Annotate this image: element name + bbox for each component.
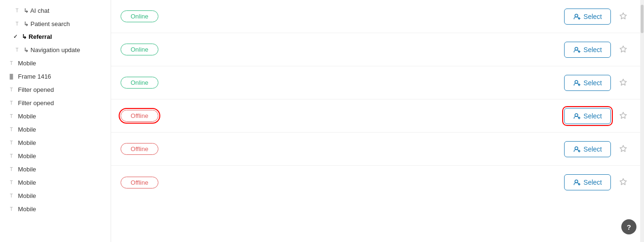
bar-chart-icon: ▐▌ [8, 72, 15, 80]
user-add-icon [573, 179, 581, 186]
status-badge: Online [121, 44, 158, 55]
sidebar-label: Mobile [18, 192, 36, 199]
sidebar-item-mobile-8[interactable]: TMobile [0, 189, 111, 202]
sidebar-item-ai-chat[interactable]: T↳ AI chat [0, 4, 111, 17]
user-add-icon [573, 112, 581, 120]
text-icon: T [8, 152, 15, 160]
row-actions: Select [564, 42, 631, 58]
favorite-button[interactable] [616, 9, 631, 24]
star-icon [618, 78, 628, 88]
list-item: Online Select [111, 33, 640, 66]
sidebar-label: Mobile [18, 166, 36, 173]
status-badge: Online [121, 10, 158, 22]
list-item: Offline Select [111, 133, 640, 166]
star-icon [618, 178, 628, 187]
star-icon [618, 111, 628, 121]
text-icon: T [8, 99, 15, 107]
text-icon: T [13, 46, 21, 54]
status-badge: Online [121, 77, 158, 89]
text-icon: T [13, 20, 21, 27]
favorite-button[interactable] [616, 108, 631, 124]
text-icon: T [8, 112, 15, 120]
sidebar-label: ↳ Referral [22, 33, 52, 40]
main-content: Online Select Online [111, 0, 640, 242]
sidebar-label: Mobile [18, 206, 36, 213]
select-button[interactable]: Select [564, 174, 611, 190]
row-actions: Select [564, 141, 631, 157]
sidebar-label: Filter opened [18, 86, 54, 93]
sidebar-item-mobile-6[interactable]: TMobile [0, 162, 111, 176]
text-icon: T [8, 165, 15, 173]
favorite-button[interactable] [616, 42, 631, 57]
row-actions: Select [564, 75, 631, 91]
help-button[interactable]: ? [621, 219, 636, 234]
sidebar-item-mobile-1[interactable]: TMobile [0, 56, 111, 70]
sidebar-item-patient-search[interactable]: T↳ Patient search [0, 17, 111, 30]
text-icon: T [13, 7, 21, 14]
sidebar-label: Frame 1416 [18, 73, 51, 80]
sidebar-label: Mobile [18, 126, 36, 133]
sidebar-item-mobile-2[interactable]: TMobile [0, 109, 111, 123]
sidebar-label: ↳ Patient search [24, 20, 70, 27]
sidebar-item-mobile-7[interactable]: TMobile [0, 176, 111, 189]
list-item: Offline Select [111, 166, 640, 199]
star-icon [618, 45, 628, 54]
sidebar-label: Mobile [18, 139, 36, 146]
sidebar-label: ↳ AI chat [24, 7, 49, 14]
scrollbar-thumb[interactable] [641, 5, 644, 33]
list-item: Online Select [111, 0, 640, 33]
sidebar-label: Filter opened [18, 99, 54, 107]
status-badge: Offline [121, 143, 158, 155]
sidebar-item-mobile-3[interactable]: TMobile [0, 123, 111, 136]
sidebar-item-filter-opened-2[interactable]: TFilter opened [0, 96, 111, 109]
select-button[interactable]: Select [564, 108, 611, 124]
text-icon: T [8, 86, 15, 93]
select-button[interactable]: Select [564, 75, 611, 91]
text-icon: T [8, 205, 15, 213]
sidebar-label: ↳ Navigation update [24, 46, 80, 54]
row-actions: Select [564, 108, 631, 124]
text-icon: T [8, 139, 15, 146]
check-icon: ✓ [13, 34, 20, 40]
row-actions: Select [564, 9, 631, 25]
app-layout: T↳ AI chatT↳ Patient search✓↳ ReferralT↳… [0, 0, 644, 242]
user-add-icon [573, 13, 581, 20]
sidebar-item-navigation-update[interactable]: T↳ Navigation update [0, 43, 111, 56]
favorite-button[interactable] [616, 175, 631, 190]
status-badge: Offline [121, 110, 158, 122]
sidebar-item-referral[interactable]: ✓↳ Referral [0, 30, 111, 43]
text-icon: T [8, 59, 15, 67]
select-button[interactable]: Select [564, 141, 611, 157]
sidebar-section: T↳ AI chatT↳ Patient search✓↳ ReferralT↳… [0, 4, 111, 215]
sidebar-label: Mobile [18, 152, 36, 160]
select-button[interactable]: Select [564, 9, 611, 25]
text-icon: T [8, 125, 15, 133]
select-button[interactable]: Select [564, 42, 611, 58]
star-icon [618, 12, 628, 21]
sidebar-label: Mobile [18, 60, 36, 67]
user-add-icon [573, 145, 581, 153]
text-icon: T [8, 179, 15, 186]
user-add-icon [573, 79, 581, 87]
list-item: Online Select [111, 66, 640, 99]
status-badge: Offline [121, 177, 158, 188]
sidebar-item-mobile-5[interactable]: TMobile [0, 149, 111, 162]
sidebar-label: Mobile [18, 113, 36, 120]
row-actions: Select [564, 174, 631, 190]
sidebar: T↳ AI chatT↳ Patient search✓↳ ReferralT↳… [0, 0, 111, 242]
star-icon [618, 144, 628, 154]
sidebar-label: Mobile [18, 179, 36, 186]
text-icon: T [8, 192, 15, 199]
sidebar-item-mobile-9[interactable]: TMobile [0, 202, 111, 215]
favorite-button[interactable] [616, 142, 631, 157]
favorite-button[interactable] [616, 75, 631, 90]
sidebar-item-filter-opened-1[interactable]: TFilter opened [0, 83, 111, 96]
sidebar-item-mobile-4[interactable]: TMobile [0, 136, 111, 149]
sidebar-item-frame-1416[interactable]: ▐▌Frame 1416 [0, 70, 111, 83]
scrollbar[interactable] [640, 0, 644, 242]
user-add-icon [573, 46, 581, 54]
list-item: Offline Select [111, 99, 640, 133]
